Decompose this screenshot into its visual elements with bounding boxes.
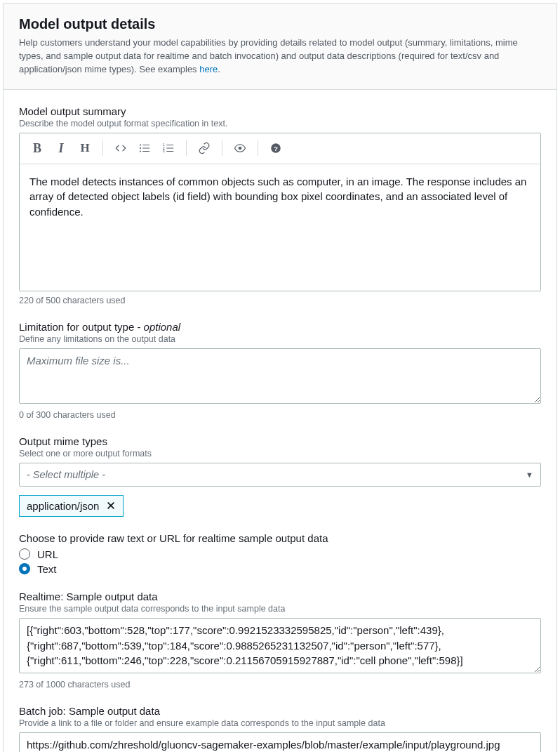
panel-title: Model output details	[19, 16, 541, 32]
summary-textarea[interactable]: The model detects instances of common ob…	[20, 164, 540, 291]
svg-text:?: ?	[274, 145, 278, 152]
radio-url[interactable]	[19, 548, 30, 560]
batch-desc: Provide a link to a file or folder and e…	[19, 718, 541, 728]
realtime-counter: 273 of 1000 characters used	[19, 680, 541, 690]
numbered-list-button[interactable]: 123	[156, 136, 180, 160]
summary-desc: Describe the model output format specifi…	[19, 119, 541, 128]
batch-label: Batch job: Sample output data	[19, 705, 541, 717]
code-button[interactable]	[109, 136, 133, 160]
mime-desc: Select one or more output formats	[19, 449, 541, 459]
batch-section: Batch job: Sample output data Provide a …	[19, 705, 541, 752]
bullet-list-button[interactable]	[133, 136, 156, 160]
limitation-section: Limitation for output type - optional De…	[19, 321, 541, 420]
panel-header: Model output details Help customers unde…	[4, 4, 556, 90]
radio-text-row[interactable]: Text	[19, 563, 541, 575]
summary-counter: 220 of 500 characters used	[19, 296, 541, 305]
remove-tag-icon[interactable]	[106, 501, 116, 510]
realtime-desc: Ensure the sample output data correspond…	[19, 604, 541, 614]
preview-button[interactable]	[228, 136, 252, 160]
limitation-textarea[interactable]	[19, 348, 541, 404]
editor-toolbar: B I H 123 ?	[20, 133, 540, 164]
summary-label: Model output summary	[19, 105, 541, 117]
svg-point-1	[140, 147, 141, 149]
mime-tag: application/json	[19, 495, 124, 517]
svg-text:3: 3	[163, 149, 165, 153]
heading-button[interactable]: H	[73, 136, 97, 160]
bold-button[interactable]: B	[25, 136, 49, 160]
mime-label: Output mime types	[19, 435, 541, 447]
help-button[interactable]: ?	[264, 136, 288, 160]
mime-select[interactable]: - Select multiple - ▼	[19, 463, 541, 487]
sample-choice-section: Choose to provide raw text or URL for re…	[19, 532, 541, 575]
examples-link[interactable]: here	[199, 64, 218, 74]
summary-editor: B I H 123 ? The model detects instances …	[19, 133, 541, 291]
svg-point-0	[140, 144, 141, 145]
limitation-counter: 0 of 300 characters used	[19, 410, 541, 420]
model-output-details-panel: Model output details Help customers unde…	[3, 3, 557, 752]
summary-section: Model output summary Describe the model …	[19, 105, 541, 305]
limitation-desc: Define any limitations on the output dat…	[19, 334, 541, 344]
sample-choice-label: Choose to provide raw text or URL for re…	[19, 532, 541, 544]
limitation-label: Limitation for output type - optional	[19, 321, 541, 333]
italic-button[interactable]: I	[49, 136, 73, 160]
link-button[interactable]	[192, 136, 216, 160]
radio-text[interactable]	[19, 563, 30, 574]
chevron-down-icon: ▼	[526, 470, 533, 479]
panel-description: Help customers understand your model cap…	[19, 37, 541, 77]
mime-section: Output mime types Select one or more out…	[19, 435, 541, 517]
realtime-section: Realtime: Sample output data Ensure the …	[19, 591, 541, 690]
svg-point-2	[140, 150, 141, 152]
batch-input[interactable]	[19, 732, 541, 752]
realtime-textarea[interactable]	[19, 618, 541, 673]
svg-point-12	[239, 147, 242, 150]
panel-body: Model output summary Describe the model …	[4, 90, 556, 752]
radio-url-row[interactable]: URL	[19, 548, 541, 560]
realtime-label: Realtime: Sample output data	[19, 591, 541, 602]
